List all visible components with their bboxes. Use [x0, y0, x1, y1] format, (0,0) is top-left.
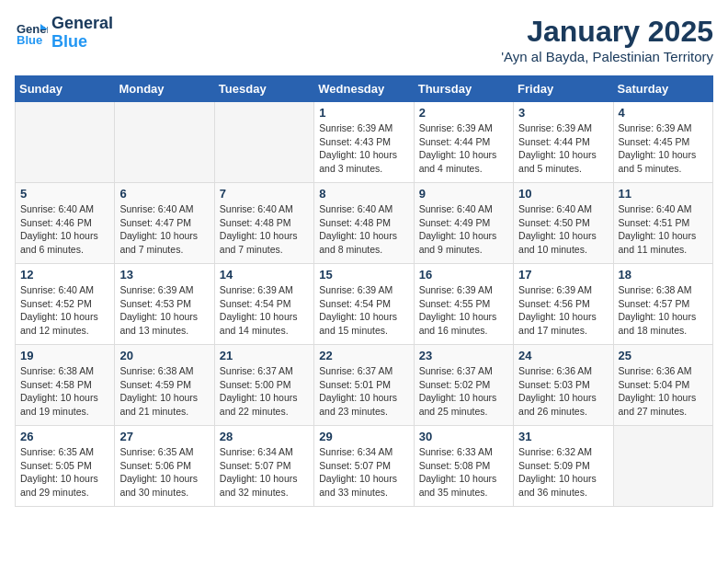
logo-icon: General Blue	[15, 17, 48, 50]
calendar-week-2: 5Sunrise: 6:40 AM Sunset: 4:46 PM Daylig…	[16, 183, 713, 264]
day-number: 20	[119, 349, 209, 362]
calendar-cell: 18Sunrise: 6:38 AM Sunset: 4:57 PM Dayli…	[613, 264, 712, 345]
day-number: 23	[419, 349, 508, 362]
location: 'Ayn al Bayda, Palestinian Territory	[501, 49, 713, 64]
weekday-header-saturday: Saturday	[613, 76, 712, 102]
calendar-table: SundayMondayTuesdayWednesdayThursdayFrid…	[15, 75, 713, 507]
day-number: 17	[518, 268, 608, 282]
weekday-header-monday: Monday	[115, 76, 214, 102]
day-info: Sunrise: 6:39 AM Sunset: 4:43 PM Dayligh…	[319, 121, 408, 176]
day-number: 29	[319, 430, 408, 443]
calendar-cell: 24Sunrise: 6:36 AM Sunset: 5:03 PM Dayli…	[514, 345, 613, 426]
calendar-week-5: 26Sunrise: 6:35 AM Sunset: 5:05 PM Dayli…	[16, 426, 713, 507]
calendar-cell: 27Sunrise: 6:35 AM Sunset: 5:06 PM Dayli…	[115, 426, 214, 507]
calendar-cell: 23Sunrise: 6:37 AM Sunset: 5:02 PM Dayli…	[414, 345, 513, 426]
day-info: Sunrise: 6:40 AM Sunset: 4:48 PM Dayligh…	[220, 202, 309, 257]
calendar-cell	[613, 426, 712, 507]
day-info: Sunrise: 6:39 AM Sunset: 4:54 PM Dayligh…	[220, 283, 309, 338]
day-info: Sunrise: 6:35 AM Sunset: 5:05 PM Dayligh…	[20, 445, 109, 500]
day-number: 3	[518, 106, 608, 120]
day-number: 21	[220, 349, 309, 362]
day-info: Sunrise: 6:33 AM Sunset: 5:08 PM Dayligh…	[419, 445, 508, 500]
day-info: Sunrise: 6:37 AM Sunset: 5:02 PM Dayligh…	[419, 364, 508, 419]
calendar-cell: 5Sunrise: 6:40 AM Sunset: 4:46 PM Daylig…	[16, 183, 115, 264]
calendar-cell: 15Sunrise: 6:39 AM Sunset: 4:54 PM Dayli…	[314, 264, 414, 345]
day-info: Sunrise: 6:34 AM Sunset: 5:07 PM Dayligh…	[319, 445, 408, 500]
calendar-cell: 6Sunrise: 6:40 AM Sunset: 4:47 PM Daylig…	[115, 183, 214, 264]
day-info: Sunrise: 6:34 AM Sunset: 5:07 PM Dayligh…	[220, 445, 309, 500]
calendar-cell: 9Sunrise: 6:40 AM Sunset: 4:49 PM Daylig…	[414, 183, 513, 264]
calendar-cell: 13Sunrise: 6:39 AM Sunset: 4:53 PM Dayli…	[115, 264, 214, 345]
weekday-header-thursday: Thursday	[414, 76, 513, 102]
calendar-cell: 12Sunrise: 6:40 AM Sunset: 4:52 PM Dayli…	[16, 264, 115, 345]
day-number: 11	[619, 187, 708, 201]
day-number: 7	[220, 187, 309, 201]
day-info: Sunrise: 6:36 AM Sunset: 5:04 PM Dayligh…	[619, 364, 708, 419]
day-info: Sunrise: 6:40 AM Sunset: 4:47 PM Dayligh…	[119, 202, 209, 257]
calendar-cell: 10Sunrise: 6:40 AM Sunset: 4:50 PM Dayli…	[514, 183, 613, 264]
calendar-cell: 25Sunrise: 6:36 AM Sunset: 5:04 PM Dayli…	[613, 345, 712, 426]
day-number: 10	[518, 187, 608, 201]
day-info: Sunrise: 6:39 AM Sunset: 4:55 PM Dayligh…	[419, 283, 508, 338]
calendar-week-4: 19Sunrise: 6:38 AM Sunset: 4:58 PM Dayli…	[16, 345, 713, 426]
calendar-week-1: 1Sunrise: 6:39 AM Sunset: 4:43 PM Daylig…	[16, 102, 713, 183]
page-header: General Blue GeneralBlue January 2025 'A…	[15, 15, 713, 64]
day-number: 25	[619, 349, 708, 362]
calendar-cell: 1Sunrise: 6:39 AM Sunset: 4:43 PM Daylig…	[314, 102, 414, 183]
day-number: 6	[119, 187, 209, 201]
calendar-cell	[115, 102, 214, 183]
calendar-cell	[214, 102, 313, 183]
calendar-cell: 29Sunrise: 6:34 AM Sunset: 5:07 PM Dayli…	[314, 426, 414, 507]
day-info: Sunrise: 6:39 AM Sunset: 4:53 PM Dayligh…	[119, 283, 209, 338]
day-info: Sunrise: 6:39 AM Sunset: 4:44 PM Dayligh…	[419, 121, 508, 176]
day-info: Sunrise: 6:40 AM Sunset: 4:52 PM Dayligh…	[20, 283, 109, 338]
day-number: 8	[319, 187, 408, 201]
calendar-cell: 11Sunrise: 6:40 AM Sunset: 4:51 PM Dayli…	[613, 183, 712, 264]
calendar-cell: 21Sunrise: 6:37 AM Sunset: 5:00 PM Dayli…	[214, 345, 313, 426]
calendar-cell: 3Sunrise: 6:39 AM Sunset: 4:44 PM Daylig…	[514, 102, 613, 183]
day-info: Sunrise: 6:39 AM Sunset: 4:45 PM Dayligh…	[619, 121, 708, 176]
day-info: Sunrise: 6:35 AM Sunset: 5:06 PM Dayligh…	[119, 445, 209, 500]
day-info: Sunrise: 6:40 AM Sunset: 4:46 PM Dayligh…	[20, 202, 109, 257]
day-number: 16	[419, 268, 508, 282]
calendar-cell: 16Sunrise: 6:39 AM Sunset: 4:55 PM Dayli…	[414, 264, 513, 345]
day-number: 27	[119, 430, 209, 443]
day-number: 28	[220, 430, 309, 443]
calendar-cell: 14Sunrise: 6:39 AM Sunset: 4:54 PM Dayli…	[214, 264, 313, 345]
weekday-header-sunday: Sunday	[16, 76, 115, 102]
day-number: 15	[319, 268, 408, 282]
day-info: Sunrise: 6:39 AM Sunset: 4:56 PM Dayligh…	[518, 283, 608, 338]
calendar-cell: 28Sunrise: 6:34 AM Sunset: 5:07 PM Dayli…	[214, 426, 313, 507]
day-info: Sunrise: 6:38 AM Sunset: 4:58 PM Dayligh…	[20, 364, 109, 419]
calendar-week-3: 12Sunrise: 6:40 AM Sunset: 4:52 PM Dayli…	[16, 264, 713, 345]
day-info: Sunrise: 6:40 AM Sunset: 4:50 PM Dayligh…	[518, 202, 608, 257]
day-info: Sunrise: 6:40 AM Sunset: 4:48 PM Dayligh…	[319, 202, 408, 257]
day-number: 26	[20, 430, 109, 443]
month-title: January 2025	[501, 15, 713, 49]
calendar-cell: 31Sunrise: 6:32 AM Sunset: 5:09 PM Dayli…	[514, 426, 613, 507]
calendar-cell: 26Sunrise: 6:35 AM Sunset: 5:05 PM Dayli…	[16, 426, 115, 507]
day-number: 4	[619, 106, 708, 120]
day-number: 30	[419, 430, 508, 443]
day-info: Sunrise: 6:36 AM Sunset: 5:03 PM Dayligh…	[518, 364, 608, 419]
day-number: 18	[619, 268, 708, 282]
day-number: 2	[419, 106, 508, 120]
day-number: 24	[518, 349, 608, 362]
svg-text:Blue: Blue	[17, 33, 42, 47]
day-number: 31	[518, 430, 608, 443]
calendar-cell: 4Sunrise: 6:39 AM Sunset: 4:45 PM Daylig…	[613, 102, 712, 183]
day-number: 5	[20, 187, 109, 201]
day-number: 12	[20, 268, 109, 282]
day-info: Sunrise: 6:32 AM Sunset: 5:09 PM Dayligh…	[518, 445, 608, 500]
logo-text: GeneralBlue	[51, 15, 113, 52]
logo: General Blue GeneralBlue	[15, 15, 113, 52]
day-number: 9	[419, 187, 508, 201]
calendar-cell: 8Sunrise: 6:40 AM Sunset: 4:48 PM Daylig…	[314, 183, 414, 264]
day-number: 14	[220, 268, 309, 282]
calendar-cell: 19Sunrise: 6:38 AM Sunset: 4:58 PM Dayli…	[16, 345, 115, 426]
day-info: Sunrise: 6:38 AM Sunset: 4:59 PM Dayligh…	[119, 364, 209, 419]
day-number: 19	[20, 349, 109, 362]
day-info: Sunrise: 6:40 AM Sunset: 4:49 PM Dayligh…	[419, 202, 508, 257]
calendar-cell: 17Sunrise: 6:39 AM Sunset: 4:56 PM Dayli…	[514, 264, 613, 345]
day-info: Sunrise: 6:39 AM Sunset: 4:44 PM Dayligh…	[518, 121, 608, 176]
